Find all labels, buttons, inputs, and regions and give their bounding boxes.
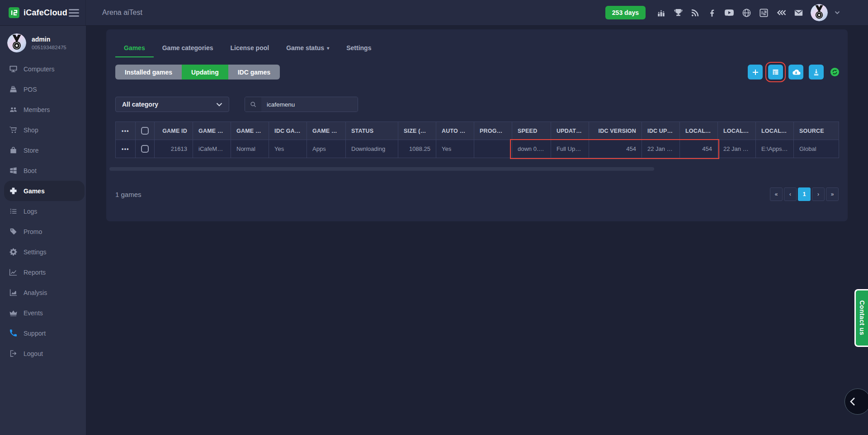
table-view-button[interactable] — [768, 65, 783, 80]
tab-game-categories[interactable]: Game categories — [154, 41, 222, 57]
rss-icon[interactable] — [690, 8, 700, 18]
pagination-first[interactable]: « — [770, 187, 783, 201]
cell-game-id: 21613 — [155, 140, 193, 158]
icafecloud-app-icon[interactable] — [759, 8, 769, 18]
sidebar-item-store[interactable]: Store — [0, 140, 86, 160]
controls-row: Installed games Updating IDC games — [115, 65, 839, 80]
teamviewer-icon[interactable] — [776, 7, 787, 18]
sidebar-item-promo[interactable]: Promo — [0, 221, 86, 242]
sync-status-icon[interactable] — [830, 67, 840, 77]
row-checkbox[interactable] — [141, 145, 149, 153]
cell-source: Global — [794, 140, 839, 158]
tab-bar: Games Game categories License pool Game … — [115, 29, 839, 57]
download-icon — [812, 68, 820, 76]
chevron-down-icon: ▾ — [327, 46, 329, 51]
collapse-panel-button[interactable] — [844, 388, 868, 415]
sidebar-item-logout[interactable]: Logout — [0, 343, 86, 364]
people-icon — [9, 105, 18, 114]
row-actions-menu-icon[interactable]: ••• — [122, 146, 129, 152]
gear-icon — [9, 248, 18, 256]
pagination-page-1[interactable]: 1 — [798, 187, 811, 201]
select-all-checkbox[interactable] — [141, 127, 149, 135]
col-game-name: GAME NAME — [193, 122, 231, 140]
chevron-left-icon — [850, 397, 855, 406]
pagination-prev[interactable]: ‹ — [784, 187, 797, 201]
search-box — [245, 97, 358, 112]
facebook-icon[interactable] — [707, 8, 717, 18]
bag-icon — [9, 146, 18, 154]
days-remaining-badge[interactable]: 253 days — [605, 6, 646, 19]
search-input[interactable] — [261, 97, 358, 112]
logo-text: iCafeCloud — [24, 8, 67, 18]
cell-status: Downloading — [346, 140, 398, 158]
sidebar-item-shop[interactable]: Shop — [0, 120, 86, 140]
cell-local-updated: 22 Jan 26 09... — [718, 140, 756, 158]
tag-icon — [9, 227, 18, 236]
cloud-download-button[interactable] — [788, 65, 803, 80]
ranking-icon[interactable] — [656, 8, 666, 18]
sidebar-item-events[interactable]: Events — [0, 303, 86, 323]
sidebar-item-analysis[interactable]: Analysis — [0, 282, 86, 303]
topbar-brand: iCafeCloud — [0, 0, 86, 25]
mail-icon[interactable] — [793, 8, 804, 18]
user-avatar[interactable] — [811, 4, 828, 21]
installed-games-button[interactable]: Installed games — [115, 65, 182, 80]
horizontal-scrollbar[interactable] — [109, 167, 654, 171]
updating-button[interactable]: Updating — [182, 65, 228, 80]
cell-local-version: 454 — [680, 140, 718, 158]
topbar: iCafeCloud Arena aiTest 253 days — [0, 0, 868, 26]
sidebar-item-reports[interactable]: Reports — [0, 262, 86, 282]
sidebar-item-computers[interactable]: Computers — [0, 59, 86, 79]
pagination-next[interactable]: › — [812, 187, 825, 201]
col-status: STATUS — [346, 122, 398, 140]
contact-us-button[interactable]: Contact us — [854, 289, 868, 347]
monitor-icon — [9, 65, 18, 73]
table-footer: 1 games « ‹ 1 › » — [115, 187, 839, 201]
sidebar-nav: Computers POS Members Shop Store Boot Ga… — [0, 59, 86, 364]
cart-icon — [9, 126, 18, 134]
toolbar — [748, 65, 840, 80]
col-game-type: GAME TYPE — [231, 122, 269, 140]
area-chart-icon — [9, 288, 18, 297]
col-auto-update: AUTO UPD... — [436, 122, 474, 140]
globe-icon[interactable] — [741, 8, 752, 18]
sidebar-item-settings[interactable]: Settings — [0, 242, 86, 262]
cell-idc-version: 454 — [589, 140, 642, 158]
table-header-row: ••• GAME ID GAME NAME GAME TYPE IDC GAME… — [116, 122, 839, 140]
sidebar-item-support[interactable]: Support — [0, 323, 86, 343]
idc-games-button[interactable]: IDC games — [228, 65, 280, 80]
category-select[interactable]: All category — [115, 97, 229, 112]
chevron-down-icon[interactable] — [835, 11, 840, 14]
sidebar-item-pos[interactable]: POS — [0, 79, 86, 99]
windows-icon — [9, 166, 18, 175]
sidebar-item-logs[interactable]: Logs — [0, 201, 86, 221]
youtube-icon[interactable] — [724, 7, 735, 18]
page-title: Arena aiTest — [102, 9, 142, 17]
plus-icon — [752, 69, 759, 76]
cell-local-path: E:\Apps\iC... — [756, 140, 794, 158]
col-idc-game: IDC GAME — [269, 122, 307, 140]
tab-game-status[interactable]: Game status▾ — [278, 41, 338, 57]
cell-idc-updated: 22 Jan 26 09... — [642, 140, 680, 158]
sidebar-item-boot[interactable]: Boot — [0, 160, 86, 181]
trophy-icon[interactable] — [673, 8, 684, 18]
tab-settings[interactable]: Settings — [338, 41, 380, 57]
hamburger-menu-icon[interactable] — [69, 7, 79, 19]
pagination-last[interactable]: » — [826, 187, 839, 201]
cell-game-category: Apps — [307, 140, 346, 158]
sidebar-item-games[interactable]: Games — [4, 181, 85, 201]
cell-speed: down 0.0 KB... — [512, 140, 551, 158]
cash-register-icon — [9, 85, 18, 94]
tab-license-pool[interactable]: License pool — [222, 41, 278, 57]
col-idc-version: IDC VERSION — [589, 122, 642, 140]
table-view-icon — [772, 68, 779, 76]
search-icon — [245, 97, 261, 112]
add-game-button[interactable] — [748, 65, 763, 80]
tab-games[interactable]: Games — [115, 41, 154, 57]
user-block: admin 005193482475 — [0, 26, 86, 55]
col-size-mb: SIZE (MB) — [398, 122, 436, 140]
download-button[interactable] — [809, 65, 824, 80]
sidebar-item-members[interactable]: Members — [0, 99, 86, 120]
header-actions-menu-icon[interactable]: ••• — [122, 128, 129, 134]
cloud-download-icon — [792, 68, 801, 77]
